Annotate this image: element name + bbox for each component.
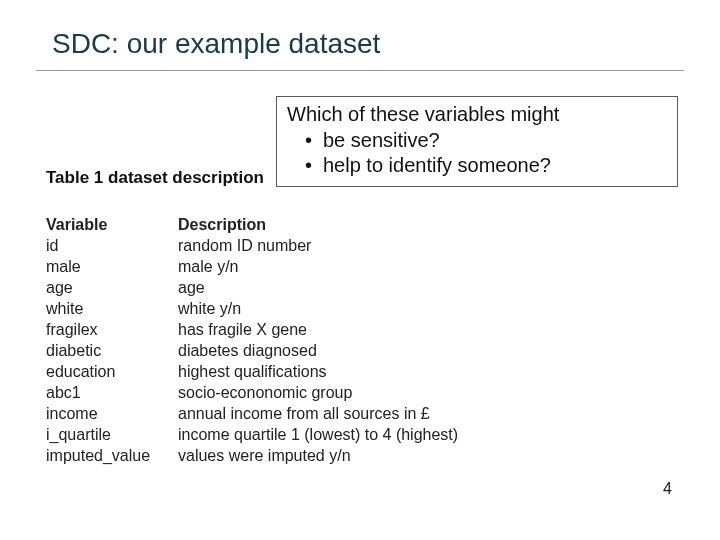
var-name: age: [46, 277, 178, 298]
page-title: SDC: our example dataset: [0, 0, 720, 70]
var-desc: values were imputed y/n: [178, 445, 458, 466]
question-bullet: help to identify someone?: [287, 153, 667, 178]
table-header-row: Variable Description: [46, 214, 458, 235]
question-lead: Which of these variables might: [287, 103, 667, 126]
table-row: fragilexhas fragile X gene: [46, 319, 458, 340]
var-desc: socio-econonomic group: [178, 382, 458, 403]
var-desc: has fragile X gene: [178, 319, 458, 340]
var-name: id: [46, 235, 178, 256]
var-name: diabetic: [46, 340, 178, 361]
question-callout: Which of these variables might be sensit…: [276, 96, 678, 187]
var-name: education: [46, 361, 178, 382]
table-row: educationhighest qualifications: [46, 361, 458, 382]
table-row: idrandom ID number: [46, 235, 458, 256]
var-name: abc1: [46, 382, 178, 403]
table-row: malemale y/n: [46, 256, 458, 277]
var-desc: highest qualifications: [178, 361, 458, 382]
table-row: i_quartileincome quartile 1 (lowest) to …: [46, 424, 458, 445]
table-row: imputed_valuevalues were imputed y/n: [46, 445, 458, 466]
table-row: ageage: [46, 277, 458, 298]
col-header-variable: Variable: [46, 214, 178, 235]
page-number: 4: [663, 480, 672, 498]
table-row: diabeticdiabetes diagnosed: [46, 340, 458, 361]
question-bullet-list: be sensitive? help to identify someone?: [287, 128, 667, 178]
var-name: income: [46, 403, 178, 424]
table-row: abc1socio-econonomic group: [46, 382, 458, 403]
col-header-description: Description: [178, 214, 458, 235]
var-desc: random ID number: [178, 235, 458, 256]
var-desc: white y/n: [178, 298, 458, 319]
var-name: fragilex: [46, 319, 178, 340]
title-divider: [36, 70, 684, 71]
var-desc: annual income from all sources in £: [178, 403, 458, 424]
dataset-table: Variable Description idrandom ID number …: [46, 214, 458, 466]
var-desc: income quartile 1 (lowest) to 4 (highest…: [178, 424, 458, 445]
table-row: whitewhite y/n: [46, 298, 458, 319]
table-row: incomeannual income from all sources in …: [46, 403, 458, 424]
var-desc: male y/n: [178, 256, 458, 277]
var-desc: diabetes diagnosed: [178, 340, 458, 361]
question-bullet: be sensitive?: [287, 128, 667, 153]
var-desc: age: [178, 277, 458, 298]
var-name: i_quartile: [46, 424, 178, 445]
var-name: male: [46, 256, 178, 277]
dataset-table-area: Table 1 dataset description Variable Des…: [46, 168, 486, 466]
var-name: imputed_value: [46, 445, 178, 466]
var-name: white: [46, 298, 178, 319]
